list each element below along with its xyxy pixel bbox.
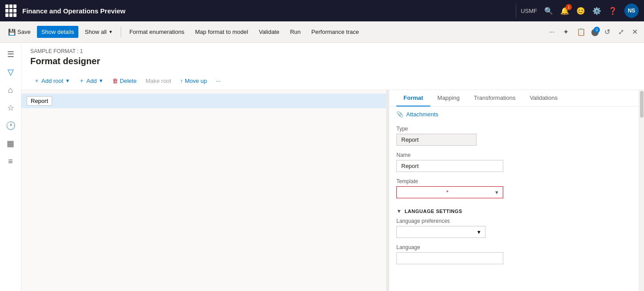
sidebar-nav-icon[interactable]: ☰ xyxy=(3,46,19,62)
scrollbar-track[interactable] xyxy=(639,90,644,291)
sidebar-home-icon[interactable]: ⌂ xyxy=(3,82,19,98)
title-bar-right: USMF 🔍 🔔 1 😊 ⚙️ ❓ NS xyxy=(521,4,639,18)
sidebar: ☰ ▽ ⌂ ☆ 🕐 ▦ ≡ xyxy=(0,43,21,291)
more-toolbar-icon: ··· xyxy=(216,78,221,84)
popout-button[interactable]: ⤢ xyxy=(615,26,627,38)
language-settings-label: LANGUAGE SETTINGS xyxy=(404,209,462,214)
title-bar: Finance and Operations Preview USMF 🔍 🔔 … xyxy=(0,0,644,21)
sidebar-clock-icon[interactable]: 🕐 xyxy=(3,118,19,134)
validate-label: Validate xyxy=(259,29,279,35)
run-label: Run xyxy=(290,29,301,35)
add-root-button[interactable]: ＋ Add root ▼ xyxy=(30,74,73,87)
show-details-button[interactable]: Show details xyxy=(37,26,79,38)
name-field-group: Name xyxy=(396,152,632,172)
lang-prefs-dropdown[interactable]: ▾ xyxy=(396,226,485,238)
template-dropdown[interactable]: * ▾ xyxy=(396,186,503,198)
tab-mapping[interactable]: Mapping xyxy=(430,90,467,107)
delete-button[interactable]: 🗑 Delete xyxy=(109,75,140,86)
show-all-arrow: ▼ xyxy=(109,29,113,34)
name-label: Name xyxy=(396,152,632,158)
performance-trace-label: Performance trace xyxy=(311,29,359,35)
template-dropdown-input[interactable]: * ▾ xyxy=(396,186,503,198)
add-plus: ＋ xyxy=(79,77,85,85)
sidebar-filter-icon[interactable]: ▽ xyxy=(3,64,19,80)
tab-format[interactable]: Format xyxy=(396,90,430,107)
help-icon[interactable]: ❓ xyxy=(608,7,617,15)
format-enumerations-button[interactable]: Format enumerations xyxy=(125,26,189,38)
smiley-icon[interactable]: 😊 xyxy=(576,7,585,15)
tab-validations[interactable]: Validations xyxy=(522,90,565,107)
tab-transformations[interactable]: Transformations xyxy=(467,90,522,107)
app-title: Finance and Operations Preview xyxy=(22,7,511,15)
performance-trace-button[interactable]: Performance trace xyxy=(307,26,363,38)
add-label: Add xyxy=(86,78,97,84)
more-icon: ··· xyxy=(549,28,555,36)
settings-icon[interactable]: ⚙️ xyxy=(592,7,601,15)
delete-label: Delete xyxy=(120,78,137,84)
content-area: SAMPLE FORMAT : 1 Format designer ＋ Add … xyxy=(21,43,644,291)
save-button[interactable]: 💾 Save xyxy=(4,26,35,38)
add-button[interactable]: ＋ Add ▼ xyxy=(75,74,107,87)
personalize-icon: ✦ xyxy=(563,28,569,36)
properties-panel: Format Mapping Transformations Validatio… xyxy=(389,90,639,291)
action-bar-right: ··· ✦ 📋 ⬤ 0 ↺ ⤢ ✕ xyxy=(546,26,640,38)
move-up-button[interactable]: ↑ Move up xyxy=(176,75,210,86)
language-input[interactable] xyxy=(396,252,503,264)
map-format-label: Map format to model xyxy=(195,29,248,35)
tree-item[interactable]: Report xyxy=(21,94,386,108)
scrollbar-thumb[interactable] xyxy=(640,91,644,118)
notes-button[interactable]: 📋 xyxy=(574,26,588,38)
language-settings-header[interactable]: ▼ LANGUAGE SETTINGS xyxy=(396,205,632,218)
notification-bell[interactable]: 🔔 1 xyxy=(560,7,569,15)
format-enumerations-label: Format enumerations xyxy=(129,29,184,35)
designer-toolbar: ＋ Add root ▼ ＋ Add ▼ 🗑 Delete Make root … xyxy=(21,72,644,90)
show-all-button[interactable]: Show all ▼ xyxy=(80,26,117,38)
add-root-plus: ＋ xyxy=(34,77,40,85)
collapse-icon: ▼ xyxy=(396,208,402,214)
make-root-button[interactable]: Make root xyxy=(142,75,175,86)
property-tabs: Format Mapping Transformations Validatio… xyxy=(389,90,639,107)
more-toolbar-button[interactable]: ··· xyxy=(212,75,224,86)
name-input[interactable] xyxy=(396,160,503,172)
type-value: Report xyxy=(396,134,477,146)
designer-body: Report Format Mapping Transformations Va… xyxy=(21,90,644,291)
sidebar-star-icon[interactable]: ☆ xyxy=(3,100,19,116)
search-icon[interactable]: 🔍 xyxy=(544,7,553,15)
page-header: SAMPLE FORMAT : 1 Format designer xyxy=(21,43,644,72)
save-label: Save xyxy=(17,29,31,35)
app-grid-icon[interactable] xyxy=(5,4,18,17)
attachments-button[interactable]: 📎 Attachments xyxy=(389,107,445,122)
template-field-group: Template * ▾ xyxy=(396,178,632,198)
refresh-icon: ↺ xyxy=(604,28,610,36)
add-root-arrow: ▼ xyxy=(65,78,70,83)
refresh-button[interactable]: ↺ xyxy=(602,26,613,38)
badge-button[interactable]: ⬤ 0 xyxy=(591,28,599,36)
type-label: Type xyxy=(396,126,632,132)
main-layout: ☰ ▽ ⌂ ☆ 🕐 ▦ ≡ SAMPLE FORMAT : 1 Format d… xyxy=(0,43,644,291)
title-divider xyxy=(516,4,516,18)
lang-prefs-field-group: Language preferences ▾ xyxy=(396,218,632,238)
type-field-group: Type Report xyxy=(396,126,632,146)
breadcrumb: SAMPLE FORMAT : 1 xyxy=(30,48,635,54)
sidebar-list-icon[interactable]: ≡ xyxy=(3,153,19,169)
show-details-label: Show details xyxy=(41,29,74,35)
map-format-to-model-button[interactable]: Map format to model xyxy=(191,26,253,38)
validate-button[interactable]: Validate xyxy=(254,26,284,38)
close-button[interactable]: ✕ xyxy=(629,26,640,38)
notes-icon: 📋 xyxy=(577,28,586,36)
move-up-label: Move up xyxy=(185,78,207,84)
attachments-label: Attachments xyxy=(406,111,438,118)
sidebar-table-icon[interactable]: ▦ xyxy=(3,135,19,152)
more-options-button[interactable]: ··· xyxy=(546,26,558,38)
lang-prefs-chevron: ▾ xyxy=(477,229,481,235)
avatar[interactable]: NS xyxy=(624,4,639,18)
save-icon: 💾 xyxy=(8,29,16,36)
make-root-label: Make root xyxy=(146,78,171,84)
notif-count: 1 xyxy=(566,4,572,10)
language-field-group: Language xyxy=(396,244,632,264)
delete-icon: 🗑 xyxy=(112,78,118,84)
action-bar: 💾 Save Show details Show all ▼ Format en… xyxy=(0,21,644,43)
personalize-button[interactable]: ✦ xyxy=(560,26,571,38)
run-button[interactable]: Run xyxy=(285,26,305,38)
action-divider-1 xyxy=(121,27,121,37)
